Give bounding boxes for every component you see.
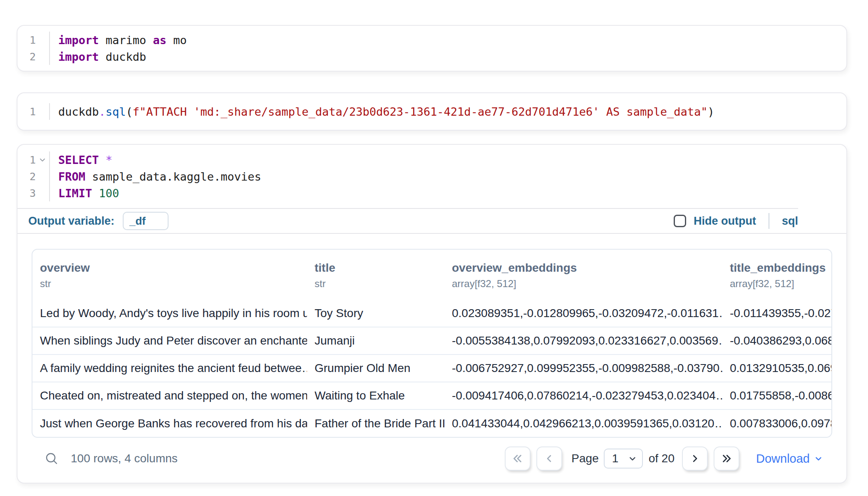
chevron-right-icon xyxy=(694,456,697,461)
page-select[interactable]: 1 xyxy=(604,449,643,469)
table-footer: 100 rows, 4 columns Page 1 of 20 Downloa… xyxy=(32,438,832,479)
code-token: sql xyxy=(106,105,126,118)
column-name: overview xyxy=(40,261,307,275)
code-editor[interactable]: 1 2 import marimo as mo import duckdb xyxy=(17,26,846,71)
chevron-down-icon xyxy=(816,458,821,460)
table-cell: A family wedding reignites the ancient f… xyxy=(32,355,307,382)
next-page-button[interactable] xyxy=(682,446,708,471)
line-number-gutter: 1 2 xyxy=(17,32,50,65)
table-cell: Cheated on, mistreated and stepped on, t… xyxy=(32,382,307,409)
dataframe-table-card: overviewstr titlestr overview_embeddings… xyxy=(32,249,832,438)
pagination: Page 1 of 20 Download xyxy=(505,446,823,471)
table-row[interactable]: Just when George Banks has recovered fro… xyxy=(32,409,831,437)
notebook: 1 2 import marimo as mo import duckdb 1 … xyxy=(0,0,868,484)
line-number: 2 xyxy=(17,51,36,63)
chevron-left-icon xyxy=(548,456,551,461)
table-cell: Led by Woody, Andy's toys live happily i… xyxy=(32,300,307,327)
output-variable-label: Output variable: xyxy=(28,215,114,228)
column-name: title_embeddings xyxy=(730,261,831,275)
column-dtype: str xyxy=(315,278,444,290)
column-header-title[interactable]: titlestr xyxy=(307,250,444,300)
download-button[interactable]: Download xyxy=(756,452,823,466)
code-token: duckdb xyxy=(58,105,99,118)
line-number-gutter: 1 xyxy=(17,103,50,120)
code-token xyxy=(99,154,106,166)
code-token: import xyxy=(58,34,99,47)
code-token: sample_data.kaggle.movies xyxy=(85,170,261,183)
code-line: LIMIT 100 xyxy=(50,185,261,201)
line-number: 1 xyxy=(17,34,36,46)
line-number: 1 xyxy=(17,106,36,118)
line-number: 2 xyxy=(17,171,36,183)
table-cell: Jumanji xyxy=(307,327,444,355)
table-cell: -0.006752927,0.099952355,-0.009982588,-0… xyxy=(444,355,722,382)
chevron-down-icon xyxy=(630,458,635,460)
table-cell: Father of the Bride Part II xyxy=(307,409,444,437)
table-cell: Grumpier Old Men xyxy=(307,355,444,382)
first-page-button[interactable] xyxy=(505,446,531,471)
column-header-overview-embeddings[interactable]: overview_embeddingsarray[f32, 512] xyxy=(444,250,722,300)
code-token: FROM xyxy=(58,170,85,183)
table-cell: Toy Story xyxy=(307,300,444,327)
double-chevron-left-icon xyxy=(514,456,521,462)
table-cell: When siblings Judy and Peter discover an… xyxy=(32,327,307,355)
code-token: ( xyxy=(126,105,133,118)
last-page-button[interactable] xyxy=(714,446,739,471)
total-pages-label: of 20 xyxy=(649,452,675,465)
table-cell: 0.023089351,-0.012809965,-0.03209472,-0.… xyxy=(444,300,722,327)
search-button[interactable] xyxy=(44,451,59,466)
cell-output: overviewstr titlestr overview_embeddings… xyxy=(17,234,846,483)
code-token: as xyxy=(153,34,167,47)
table-cell: 0.007833006,0.0978013 xyxy=(722,409,831,437)
code-token xyxy=(92,187,99,200)
column-name: title xyxy=(315,261,444,275)
code-line: SELECT * xyxy=(50,151,261,168)
column-dtype: array[f32, 512] xyxy=(452,278,722,290)
output-variable-input[interactable]: _df xyxy=(123,212,169,230)
table-cell: Just when George Banks has recovered fro… xyxy=(32,409,307,437)
line-number-gutter: 1 2 3 xyxy=(17,151,50,201)
code-cell-attach: 1 duckdb.sql(f"ATTACH 'md:_share/sample_… xyxy=(17,92,847,131)
chevron-down-icon xyxy=(40,159,45,161)
line-number: 3 xyxy=(17,187,36,199)
code-token: * xyxy=(106,154,112,166)
download-label: Download xyxy=(756,452,810,466)
sql-cell-toolbar: Output variable: _df Hide output sql xyxy=(17,209,798,233)
code-token: duckdb xyxy=(99,50,146,63)
column-header-title-embeddings[interactable]: title_embeddingsarray[f32, 512] xyxy=(722,250,831,300)
column-dtype: array[f32, 512] xyxy=(730,278,831,290)
code-line: duckdb.sql(f"ATTACH 'md:_share/sample_da… xyxy=(50,103,714,120)
code-token: mo xyxy=(166,34,187,47)
table-cell: -0.0055384138,0.07992093,0.023316627,0.0… xyxy=(444,327,722,355)
code-editor[interactable]: 1 2 3 SELECT * FROM sample_data.kaggle.m… xyxy=(17,145,798,208)
code-token: SELECT xyxy=(58,154,99,166)
code-token: 100 xyxy=(99,187,119,200)
code-token: LIMIT xyxy=(58,187,92,200)
code-token: . xyxy=(99,105,106,118)
code-editor[interactable]: 1 duckdb.sql(f"ATTACH 'md:_share/sample_… xyxy=(17,93,846,130)
table-row[interactable]: A family wedding reignites the ancient f… xyxy=(32,355,831,382)
table-cell: Waiting to Exhale xyxy=(307,382,444,409)
code-token: marimo xyxy=(99,34,153,47)
code-token: import xyxy=(58,50,99,63)
table-cell: -0.009417406,0.07860214,-0.023279453,0.0… xyxy=(444,382,722,409)
table-cell: -0.011439355,-0.0275255 xyxy=(722,300,831,327)
column-dtype: str xyxy=(40,278,307,290)
column-name: overview_embeddings xyxy=(452,261,722,275)
hide-output-checkbox[interactable] xyxy=(674,215,686,227)
page-label: Page xyxy=(571,452,598,465)
line-number: 1 xyxy=(17,154,36,166)
double-chevron-right-icon xyxy=(724,456,730,462)
table-cell: 0.01755858,-0.00862866 xyxy=(722,382,831,409)
hide-output-label: Hide output xyxy=(694,215,756,228)
language-badge-sql[interactable]: sql xyxy=(782,215,798,228)
column-header-overview[interactable]: overviewstr xyxy=(32,250,307,300)
table-row[interactable]: When siblings Judy and Peter discover an… xyxy=(32,327,831,355)
table-row[interactable]: Cheated on, mistreated and stepped on, t… xyxy=(32,382,831,409)
table-cell: 0.041433044,0.042966213,0.0039591365,0.0… xyxy=(444,409,722,437)
previous-page-button[interactable] xyxy=(536,446,562,471)
sql-cell: 1 2 3 SELECT * FROM sample_data.kaggle.m… xyxy=(17,144,847,484)
fold-toggle[interactable] xyxy=(36,156,49,164)
table-row[interactable]: Led by Woody, Andy's toys live happily i… xyxy=(32,300,831,327)
divider xyxy=(769,213,769,229)
